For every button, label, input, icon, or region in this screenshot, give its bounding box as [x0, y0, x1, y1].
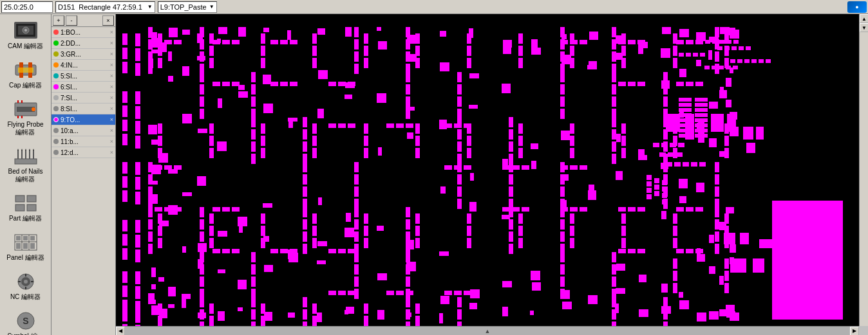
sidebar-item-part[interactable]: Part 編輯器	[1, 189, 50, 226]
bon-icon-area	[12, 145, 40, 167]
layer-close-4[interactable]: ×	[110, 62, 113, 68]
sidebar-item-cam[interactable]: CAM 編輯器	[1, 17, 50, 53]
sidebar-item-symbol[interactable]: S Symbol 編…	[1, 307, 50, 335]
layer-item-10[interactable]: 10:a... ×	[52, 125, 115, 136]
layer-close-11[interactable]: ×	[110, 138, 113, 145]
layer-close-7[interactable]: ×	[110, 95, 113, 101]
layers-add-btn[interactable]: +	[53, 15, 64, 26]
scroll-up-btn[interactable]: ▲	[860, 14, 868, 23]
bottom-center-indicator: ▲	[485, 328, 491, 334]
layer-color-1	[53, 30, 59, 35]
layer-item-11[interactable]: 11:b... ×	[52, 136, 115, 147]
bed-of-nails-icon	[13, 146, 39, 167]
layer-item-9[interactable]: 9:TO... ×	[52, 114, 115, 125]
svg-rect-38	[16, 243, 21, 249]
sidebar-bon-label: Bed of Nails編輯器	[8, 168, 43, 183]
sidebar-item-cap[interactable]: Cap 編輯器	[1, 56, 50, 93]
layer-close-2[interactable]: ×	[110, 40, 113, 46]
layer-item-2[interactable]: 2:DD... ×	[52, 38, 115, 49]
svg-rect-36	[23, 236, 28, 240]
layer-name-1: 1:BO...	[61, 29, 108, 36]
layers-remove-btn[interactable]: -	[66, 15, 77, 26]
svg-rect-35	[16, 236, 21, 240]
layer-color-12	[53, 150, 59, 155]
scroll-down-btn[interactable]: ▼	[860, 23, 868, 32]
panel-icon	[13, 232, 39, 253]
layer-color-9	[53, 117, 59, 122]
layer-name-5: 5:SI...	[61, 73, 108, 80]
layer-item-3[interactable]: 3:GR... ×	[52, 49, 115, 60]
layer-value: L9:TOP_Paste	[160, 3, 207, 11]
scrollbar-right[interactable]: ▲ ▼	[859, 14, 868, 326]
sidebar-item-nc[interactable]: NC 編輯器	[1, 267, 50, 304]
component-ref-value: D151	[58, 3, 75, 11]
svg-rect-40	[30, 243, 35, 249]
coordinate-display: 25.0:25.0	[1, 1, 53, 13]
layer-name-2: 2:DD...	[61, 40, 108, 47]
symbol-icon: S	[13, 311, 39, 331]
main-canvas[interactable]	[116, 14, 859, 326]
svg-point-4	[24, 29, 27, 32]
layer-close-12[interactable]: ×	[110, 149, 113, 156]
scroll-right-btn[interactable]: ▶	[850, 327, 859, 336]
sidebar-symbol-label: Symbol 編…	[7, 332, 43, 335]
svg-rect-16	[15, 159, 37, 164]
layer-color-11	[53, 139, 59, 144]
sidebar-nc-label: NC 編輯器	[10, 293, 41, 301]
layer-name-11: 11:b...	[61, 138, 108, 145]
layer-close-10[interactable]: ×	[110, 127, 113, 134]
layer-close-6[interactable]: ×	[110, 84, 113, 90]
svg-rect-39	[23, 243, 28, 249]
sidebar-fp-label: Flying Probe編輯器	[7, 121, 43, 136]
sidebar-part-label: Part 編輯器	[9, 215, 42, 222]
svg-marker-26	[33, 149, 34, 150]
layer-name-8: 8:SI...	[61, 105, 108, 113]
layers-panel: + - × 1:BO... × 2:DD... × 3:GR... × 4:IN…	[52, 14, 116, 335]
svg-rect-29	[15, 204, 24, 211]
part-icon	[13, 193, 39, 213]
svg-marker-22	[17, 149, 19, 150]
layers-close-btn[interactable]: ×	[102, 15, 114, 26]
layer-close-5[interactable]: ×	[110, 73, 113, 79]
layer-item-1[interactable]: 1:BO... ×	[52, 27, 115, 38]
layer-item-6[interactable]: 6:SI... ×	[52, 82, 115, 93]
layer-close-3[interactable]: ×	[110, 51, 113, 57]
sidebar-item-flying-probe[interactable]: Flying Probe編輯器	[1, 95, 50, 140]
sidebar-cap-label: Cap 編輯器	[9, 82, 42, 89]
sidebar-panel-label: Panel 編輯器	[6, 254, 44, 262]
svg-marker-23	[21, 149, 23, 150]
layer-item-8[interactable]: 8:SI... ×	[52, 104, 115, 114]
app-logo: ●	[847, 1, 867, 13]
svg-rect-28	[27, 195, 36, 202]
layer-item-4[interactable]: 4:IN... ×	[52, 60, 115, 71]
layer-color-3	[53, 51, 59, 57]
flying-probe-icon	[13, 99, 39, 120]
layer-dropdown[interactable]: L9:TOP_Paste ▼	[158, 1, 217, 13]
layer-color-10	[53, 128, 59, 133]
layers-toolbar: + - ×	[52, 14, 115, 27]
svg-rect-30	[27, 204, 36, 211]
layer-color-2	[53, 41, 59, 46]
layer-item-12[interactable]: 12:d... ×	[52, 147, 115, 158]
cam-icon	[13, 21, 39, 41]
scrollbar-bottom[interactable]: ◀ ▲ ▶	[116, 326, 859, 335]
layer-close-9[interactable]: ×	[110, 116, 113, 123]
nc-icon-area	[12, 271, 40, 293]
component-ref-dropdown[interactable]: D151 Rectangle 47.2:59.1 ▼	[55, 1, 155, 13]
layer-name-3: 3:GR...	[61, 51, 108, 58]
layer-item-7[interactable]: 7:SI... ×	[52, 93, 115, 104]
layer-name-7: 7:SI...	[61, 95, 108, 102]
layer-close-8[interactable]: ×	[110, 105, 113, 112]
svg-rect-8	[18, 68, 33, 73]
svg-point-15	[32, 107, 35, 111]
svg-rect-37	[30, 236, 35, 240]
layer-name-12: 12:d...	[61, 149, 108, 156]
layer-close-1[interactable]: ×	[110, 29, 113, 35]
svg-rect-27	[15, 195, 24, 202]
sidebar-item-panel[interactable]: Panel 編輯器	[1, 228, 50, 265]
scroll-left-btn[interactable]: ◀	[116, 327, 125, 336]
layer-item-5[interactable]: 5:SI... ×	[52, 71, 115, 82]
sidebar-item-bed-of-nails[interactable]: Bed of Nails編輯器	[1, 142, 50, 186]
pcb-canvas[interactable]	[116, 14, 859, 326]
cam-icon-area	[12, 20, 40, 42]
